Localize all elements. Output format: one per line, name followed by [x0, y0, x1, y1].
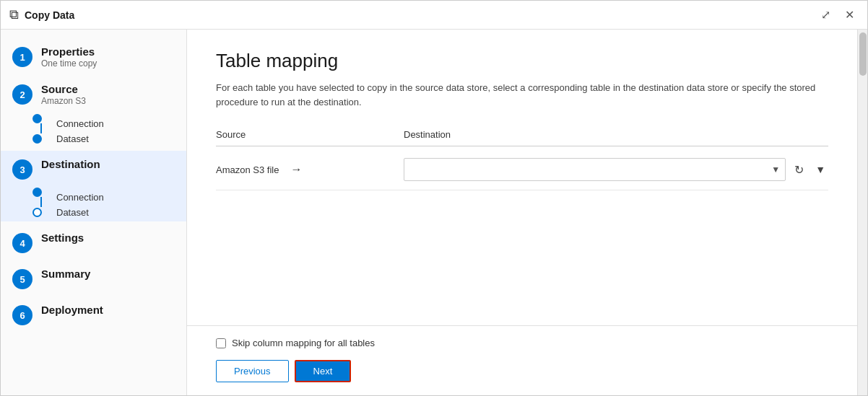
step-label-deployment: Deployment	[41, 304, 103, 316]
sidebar-group-destination: 3 Destination Connection	[1, 151, 186, 221]
step-title-destination: Destination	[41, 158, 100, 170]
previous-button[interactable]: Previous	[216, 360, 289, 382]
step-label-source: Source Amazon S3	[41, 83, 86, 106]
dest-connection-label[interactable]: Connection	[56, 192, 104, 203]
sidebar-item-properties[interactable]: 1 Properties One time copy	[1, 38, 186, 76]
window-title: Copy Data	[25, 9, 817, 21]
dest-dropdown-wrapper: ▼	[404, 158, 786, 181]
step-label-summary: Summary	[41, 268, 90, 280]
title-bar: ⧉ Copy Data ⤢ ✕	[1, 1, 867, 30]
scrollbar-thumb[interactable]	[859, 32, 867, 76]
sidebar-group-source: 2 Source Amazon S3 Connection	[1, 76, 186, 148]
page-description: For each table you have selected to copy…	[216, 81, 828, 109]
source-table-name: Amazon S3 file	[216, 164, 279, 175]
main-content: 1 Properties One time copy 2 Source Amaz…	[1, 30, 867, 395]
step-circle-1: 1	[12, 47, 32, 67]
sidebar-item-summary[interactable]: 5 Summary	[1, 260, 186, 296]
dest-dataset-dot	[32, 208, 42, 217]
refresh-button[interactable]: ↻	[791, 160, 807, 180]
copy-data-window: ⧉ Copy Data ⤢ ✕ 1 Properties One time co…	[0, 0, 868, 396]
step-circle-5: 5	[12, 269, 32, 289]
step-subtitle-properties: One time copy	[41, 58, 97, 69]
source-dataset-label[interactable]: Dataset	[56, 133, 89, 144]
dest-table-select[interactable]	[404, 158, 786, 181]
content-footer: Skip column mapping for all tables Previ…	[187, 325, 857, 395]
header-destination: Destination	[404, 129, 828, 140]
source-dataset-dot	[32, 134, 42, 144]
step-circle-3: 3	[12, 159, 32, 180]
source-cell: Amazon S3 file →	[216, 163, 404, 176]
step-label-destination: Destination	[41, 158, 100, 170]
step-title-settings: Settings	[41, 232, 84, 244]
step-title-summary: Summary	[41, 268, 90, 280]
arrow-icon: →	[290, 163, 302, 176]
skip-column-mapping-label: Skip column mapping for all tables	[232, 338, 375, 348]
header-source: Source	[216, 129, 404, 140]
scrollbar	[857, 30, 867, 395]
source-connection-dot	[32, 114, 42, 123]
content-body: Table mapping For each table you have se…	[187, 30, 857, 325]
step-label-settings: Settings	[41, 232, 84, 244]
skip-row: Skip column mapping for all tables	[216, 338, 828, 348]
content-area: Table mapping For each table you have se…	[187, 30, 857, 395]
source-connection-label[interactable]: Connection	[56, 118, 104, 129]
step-subtitle-source: Amazon S3	[41, 96, 86, 106]
next-button[interactable]: Next	[295, 360, 352, 382]
page-title: Table mapping	[216, 50, 828, 72]
sidebar: 1 Properties One time copy 2 Source Amaz…	[1, 30, 187, 395]
sidebar-item-source[interactable]: 2 Source Amazon S3	[1, 76, 186, 113]
mapping-header: Source Destination	[216, 129, 828, 146]
dest-connection-dot	[32, 188, 42, 197]
dest-cell: ▼ ↻ ▼	[404, 158, 828, 181]
window-controls: ⤢ ✕	[817, 8, 859, 22]
step-title-source: Source	[41, 83, 86, 95]
maximize-button[interactable]: ⤢	[817, 8, 835, 22]
close-button[interactable]: ✕	[841, 8, 859, 22]
step-title-deployment: Deployment	[41, 304, 103, 316]
step-circle-4: 4	[12, 233, 32, 253]
step-circle-2: 2	[12, 84, 32, 105]
expand-button[interactable]: ▼	[812, 161, 828, 178]
step-title-properties: Properties	[41, 45, 97, 58]
dest-dataset-label[interactable]: Dataset	[56, 207, 89, 218]
button-row: Previous Next	[216, 360, 828, 382]
step-circle-6: 6	[12, 305, 32, 325]
sidebar-item-destination[interactable]: 3 Destination	[1, 151, 186, 187]
skip-column-mapping-checkbox[interactable]	[216, 338, 226, 348]
copy-data-icon: ⧉	[9, 7, 19, 22]
sidebar-item-deployment[interactable]: 6 Deployment	[1, 296, 186, 333]
mapping-row: Amazon S3 file → ▼ ↻ ▼	[216, 149, 828, 190]
step-label-properties: Properties One time copy	[41, 45, 97, 69]
sidebar-item-settings[interactable]: 4 Settings	[1, 224, 186, 260]
